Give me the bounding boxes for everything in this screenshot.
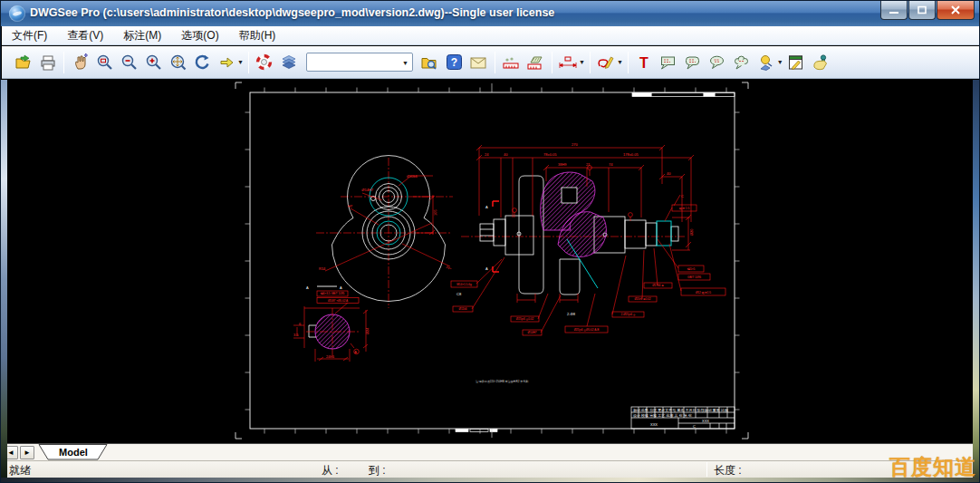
svg-text:Ø25js6 ◎Ø0.02 A-B: Ø25js6 ◎Ø0.02 A-B (574, 328, 600, 332)
send-mail-button[interactable] (466, 50, 491, 74)
svg-text:XXX: XXX (650, 422, 658, 427)
send-mail-icon (469, 55, 487, 70)
rotate-view-icon (194, 53, 212, 71)
comment-cloud-button[interactable] (730, 50, 754, 74)
layers-icon (280, 53, 298, 71)
markup-editor-button[interactable] (784, 50, 809, 74)
front-view (316, 156, 453, 308)
tab-scroll-right-button[interactable]: ► (20, 446, 34, 459)
svg-text:H7: H7 (348, 204, 353, 208)
menu-view[interactable]: 查看(V) (57, 26, 113, 45)
svg-text:24: 24 (485, 152, 489, 157)
combobox-dropdown-icon[interactable]: ▼ (402, 60, 408, 66)
svg-text:Ø20: Ø20 (689, 228, 694, 236)
tab-model-label: Model (59, 447, 88, 458)
stamp-button[interactable] (754, 50, 779, 74)
freehand-dropdown-icon[interactable]: ▼ (617, 59, 623, 65)
svg-text:105: 105 (433, 209, 437, 216)
dimension-dropdown-icon[interactable]: ▼ (579, 59, 585, 65)
measure-area-button[interactable] (524, 50, 548, 74)
toolbar-separator (590, 52, 591, 73)
rotate-view-button[interactable] (190, 50, 215, 74)
find-folder-icon (420, 54, 438, 71)
dimension-button[interactable] (556, 50, 581, 74)
svg-text:?: ? (451, 56, 457, 69)
freehand-draw-icon (596, 54, 616, 71)
toolbar: ▼ ▼ ? ▼ ▼ T ▼ (2, 46, 980, 79)
measure-area-icon (526, 54, 544, 71)
svg-text:Ø12 锥度1:5: Ø12 锥度1:5 (696, 291, 711, 295)
drawing-viewport[interactable]: A A (7, 80, 975, 443)
freehand-draw-button[interactable] (594, 50, 619, 74)
layout-combobox[interactable]: ▼ (306, 53, 413, 72)
zoom-window-icon (96, 53, 114, 71)
zoom-extents-icon (169, 53, 187, 71)
svg-text:Ø14H7: Ø14H7 (361, 188, 373, 192)
svg-text:40: 40 (667, 171, 671, 176)
svg-text:21: 21 (586, 162, 591, 167)
measure-distance-icon (502, 54, 520, 71)
svg-text:Ø30k6: Ø30k6 (407, 174, 418, 179)
comment-rectangle-button[interactable] (657, 50, 681, 74)
zoom-out-button[interactable] (117, 50, 141, 74)
layout-combobox-input[interactable] (309, 54, 396, 70)
svg-text:Ø11k6: Ø11k6 (459, 307, 467, 311)
find-folder-button[interactable] (418, 50, 442, 74)
print-button[interactable] (35, 50, 60, 74)
tab-model[interactable]: Model (38, 444, 109, 460)
dwgsee-app-icon (9, 5, 25, 22)
text-annotation-icon: T (636, 54, 652, 71)
svg-text:A: A (485, 205, 488, 209)
sheet-frame (235, 82, 748, 439)
menu-file[interactable]: 文件(F) (2, 26, 57, 45)
close-button[interactable] (937, 1, 975, 20)
stamp-dropdown-icon[interactable]: ▼ (777, 59, 783, 65)
drawing-canvas[interactable]: A A (7, 80, 975, 443)
comment-rounded-button[interactable] (681, 50, 706, 74)
stamp-icon (757, 54, 775, 71)
svg-text:C8: C8 (456, 292, 462, 296)
window-border-left (1, 80, 7, 478)
side-view (461, 145, 694, 333)
open-file-button[interactable] (11, 50, 35, 74)
close-icon (950, 5, 961, 14)
measure-distance-button[interactable] (499, 50, 524, 74)
view-wheel-button[interactable] (253, 50, 277, 74)
svg-text:C: C (681, 194, 684, 198)
window-border-bottom (1, 478, 980, 483)
markup-editor-icon (787, 54, 805, 71)
layers-button[interactable] (277, 50, 302, 74)
zoom-extents-button[interactable] (166, 50, 190, 74)
svg-text:38H9: 38H9 (558, 162, 567, 167)
zoom-in-button[interactable] (141, 50, 166, 74)
title-bar[interactable]: DWGSee Pro (c:\users\administrator\deskt… (1, 1, 979, 26)
svg-text:78±0.05: 78±0.05 (543, 152, 557, 157)
maximize-button[interactable] (908, 1, 936, 20)
menu-options[interactable]: 选项(O) (171, 26, 228, 45)
publish-button[interactable] (809, 50, 833, 74)
svg-text:2-Φ8: 2-Φ8 (567, 312, 576, 316)
text-annotation-button[interactable]: T (632, 50, 657, 74)
status-length: 长度 : (714, 463, 742, 478)
svg-text:40: 40 (504, 152, 508, 157)
menu-markup[interactable]: 标注(M) (113, 26, 171, 45)
comment-rounded-icon (684, 54, 702, 71)
zoom-in-icon (145, 53, 163, 71)
toolbar-separator (628, 52, 629, 73)
title-block: XXX XXX C 标记 处数 分区 更改文件号 签名 年月日 阶段标记 重量 … (631, 407, 735, 429)
svg-text:A: A (354, 350, 357, 354)
pan-button[interactable] (68, 50, 92, 74)
minimize-button[interactable] (880, 1, 908, 20)
comment-cloud-icon (733, 54, 751, 71)
menu-help[interactable]: 帮助(H) (229, 26, 286, 45)
svg-text:A: A (485, 266, 488, 271)
svg-text:R14: R14 (319, 266, 326, 271)
help-button[interactable]: ? (442, 50, 466, 74)
maximize-icon (917, 5, 927, 14)
comment-ellipse-button[interactable] (706, 50, 730, 74)
zoom-window-button[interactable] (92, 50, 117, 74)
next-view-dropdown-icon[interactable]: ▼ (237, 59, 244, 65)
print-icon (39, 54, 57, 71)
next-view-button[interactable] (215, 50, 239, 74)
svg-text:Ø25js6 ◎0.02: Ø25js6 ◎0.02 (516, 317, 534, 321)
